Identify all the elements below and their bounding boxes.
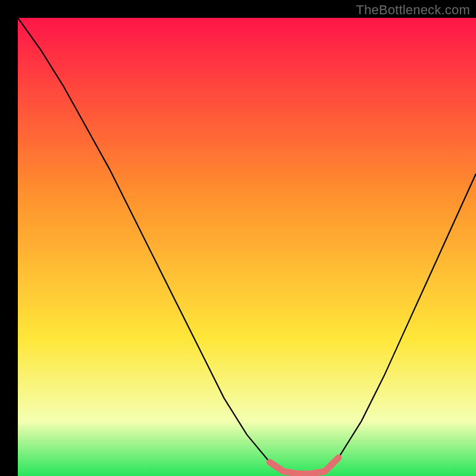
gradient-background xyxy=(18,18,476,476)
watermark-label: TheBottleneck.com xyxy=(356,2,470,18)
chart-frame: TheBottleneck.com xyxy=(0,0,476,476)
plot-area xyxy=(18,18,476,476)
chart-svg xyxy=(18,18,476,476)
